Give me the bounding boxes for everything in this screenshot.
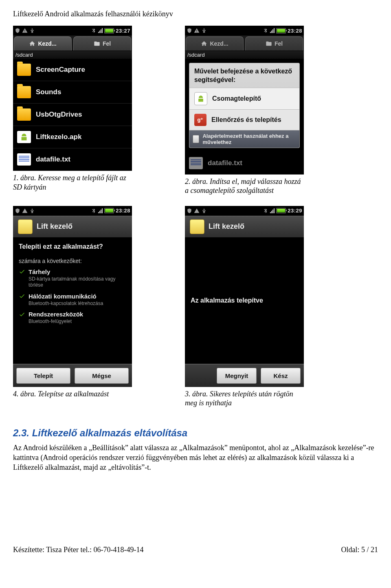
install-done-message: Az alkalmazás telepítve	[191, 297, 263, 304]
installer-title-bar: Lift kezelő	[13, 216, 132, 237]
screenshot-1-column: 23:27 Kezd... Fel /sdcard ScreenCapture …	[13, 26, 132, 203]
warning-icon	[194, 208, 200, 214]
usb-icon	[201, 28, 207, 33]
battery-icon	[276, 208, 286, 213]
installer-title: Lift kezelő	[37, 222, 72, 231]
footer-page: Oldal: 5 / 21	[341, 546, 378, 554]
permission-desc: Bluetooth-kapcsolatok létrehozása	[29, 301, 126, 307]
list-item[interactable]: UsbOtgDrives	[13, 104, 132, 126]
dim-background: Művelet befejezése a következő segítségé…	[185, 63, 304, 175]
folder-icon	[17, 108, 31, 121]
installer-buttons: Megnyit Kész	[185, 364, 304, 387]
checkbox-icon	[193, 135, 199, 143]
folder-up-icon	[266, 40, 272, 47]
battery-icon	[104, 28, 114, 33]
permission-item: Tárhely SD-kártya tartalmának módosítása…	[19, 268, 126, 289]
tab-up: Fel	[245, 36, 303, 51]
list-item[interactable]: ScreenCapture	[13, 59, 132, 81]
section-body: Az Android készüléken a „Beállítások” al…	[13, 443, 378, 473]
tab-bar: Kezd... Fel	[13, 35, 132, 51]
list-item[interactable]: Liftkezelo.apk	[13, 126, 132, 148]
tab-home[interactable]: Kezd...	[14, 36, 72, 51]
cancel-button[interactable]: Mégse	[75, 368, 129, 384]
phone-frame: 23:28 Kezd... Fel /sdcard Művelet befeje…	[185, 26, 304, 175]
tab-home-label: Kezd...	[38, 40, 56, 47]
signal-icon	[270, 28, 275, 33]
signal-icon	[98, 28, 103, 33]
tab-home-label: Kezd...	[210, 40, 228, 47]
install-button[interactable]: Telepít	[16, 368, 70, 384]
default-action-checkbox-row[interactable]: Alapértelmezett használat ehhez a művele…	[193, 133, 296, 145]
installer-body: Az alkalmazás telepítve	[185, 237, 304, 364]
bluetooth-icon	[263, 28, 268, 33]
apk-icon	[17, 131, 31, 143]
bluetooth-icon	[91, 208, 97, 214]
install-subtitle: számára a következőket:	[19, 258, 126, 264]
usb-icon	[29, 208, 35, 214]
figure-caption: 4. ábra. Telepítse az alkalmazást	[13, 389, 132, 399]
checkbox-label: Alapértelmezett használat ehhez a művele…	[202, 133, 296, 145]
app-icon	[18, 219, 33, 234]
usb-icon	[201, 208, 207, 214]
list-item: datafile.txt	[185, 152, 304, 175]
done-button[interactable]: Kész	[261, 368, 301, 384]
installer-screen: Lift kezelő Telepíti ezt az alkalmazást?…	[13, 216, 132, 387]
list-item[interactable]: datafile.txt	[13, 148, 132, 171]
app-icon	[190, 219, 204, 234]
action-dialog: Művelet befejezése a következő segítségé…	[189, 63, 300, 148]
dialog-option-package-installer[interactable]: Csomagtelepítő	[189, 88, 299, 109]
status-bar: 23:27	[13, 26, 132, 35]
figure-caption: 3. ábra. Sikeres telepítés után rögtön m…	[185, 389, 304, 408]
shield-icon	[187, 28, 192, 33]
screenshot-3-column: 23:28 Lift kezelő Telepíti ezt az alkalm…	[13, 206, 132, 416]
permission-name: Rendszereszközök	[29, 311, 83, 318]
shield-icon	[15, 28, 20, 33]
usb-icon	[29, 28, 35, 33]
google-plus-icon: g⁺	[194, 114, 206, 126]
section-title: Liftkezelő alkalmazás eltávolítása	[32, 427, 188, 438]
screenshot-4-column: 23:29 Lift kezelő Az alkalmazás telepítv…	[185, 206, 304, 416]
file-name: UsbOtgDrives	[36, 111, 82, 119]
section-number: 2.3.	[13, 427, 29, 438]
permission-item: Rendszereszközök Bluetooth-felügyelet	[19, 311, 126, 325]
tab-up[interactable]: Fel	[73, 36, 131, 51]
file-name: datafile.txt	[36, 155, 70, 164]
installer-title: Lift kezelő	[209, 222, 244, 231]
folder-icon	[17, 64, 31, 76]
folder-up-icon	[94, 40, 100, 47]
dialog-option-verify-install[interactable]: g⁺ Ellenőrzés és telepítés	[189, 109, 299, 130]
footer-author: Készítette: Tisza Péter tel.: 06-70-418-…	[13, 546, 143, 554]
section-heading: 2.3. Liftkezelő alkalmazás eltávolítása	[13, 427, 378, 439]
phone-frame: 23:27 Kezd... Fel /sdcard ScreenCapture …	[13, 26, 132, 171]
tab-home: Kezd...	[186, 36, 244, 51]
file-list: ScreenCapture Sounds UsbOtgDrives Liftke…	[13, 59, 132, 171]
installer-screen: Lift kezelő Az alkalmazás telepítve Megn…	[185, 216, 304, 387]
text-file-icon	[189, 157, 203, 169]
screenshot-row-1: 23:27 Kezd... Fel /sdcard ScreenCapture …	[13, 26, 378, 203]
path-bar: /sdcard	[13, 51, 132, 59]
phone-frame: 23:28 Lift kezelő Telepíti ezt az alkalm…	[13, 206, 132, 387]
check-icon	[19, 311, 25, 318]
shield-icon	[187, 208, 192, 214]
battery-icon	[104, 208, 114, 213]
dialog-option-label: Ellenőrzés és telepítés	[211, 116, 281, 124]
status-bar: 23:28	[185, 26, 304, 35]
status-time: 23:28	[288, 28, 302, 34]
status-time: 23:28	[116, 208, 130, 214]
permission-name: Hálózati kommunikáció	[29, 293, 97, 300]
package-installer-icon	[194, 92, 207, 105]
permission-name: Tárhely	[29, 268, 50, 275]
check-icon	[19, 268, 25, 275]
signal-icon	[98, 208, 103, 213]
install-question: Telepíti ezt az alkalmazást?	[19, 243, 126, 250]
list-item[interactable]: Sounds	[13, 81, 132, 104]
open-button[interactable]: Megnyit	[217, 368, 257, 384]
bluetooth-icon	[263, 208, 268, 214]
dialog-title: Művelet befejezése a következő segítségé…	[189, 66, 299, 88]
file-name: datafile.txt	[208, 159, 242, 167]
path-bar: /sdcard	[185, 51, 304, 59]
figure-caption: 2. ábra. Indítsa el, majd válassza hozzá…	[185, 177, 304, 195]
status-time: 23:29	[288, 208, 302, 214]
file-name: Liftkezelo.apk	[36, 133, 81, 141]
status-bar: 23:28	[13, 206, 132, 216]
